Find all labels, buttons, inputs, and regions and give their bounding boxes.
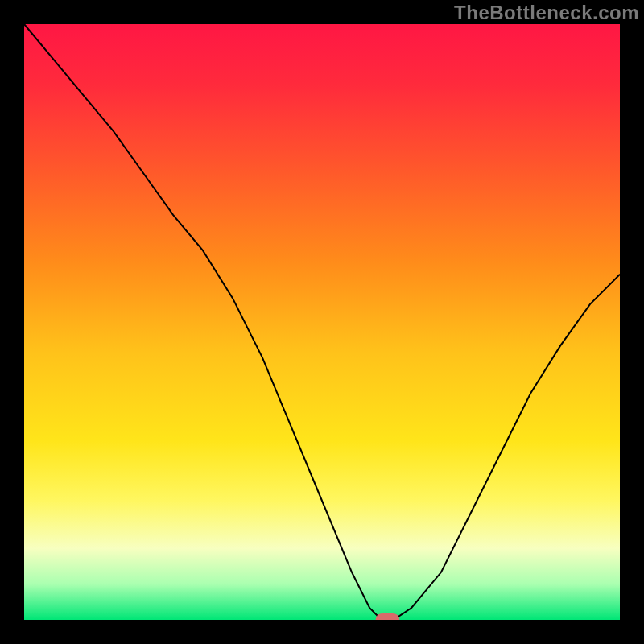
frame-bottom [0, 620, 644, 644]
plot-background [24, 24, 620, 620]
watermark-text: TheBottleneck.com [454, 2, 639, 24]
frame-right [620, 0, 644, 644]
chart-canvas [0, 0, 644, 644]
frame-left [0, 0, 24, 644]
